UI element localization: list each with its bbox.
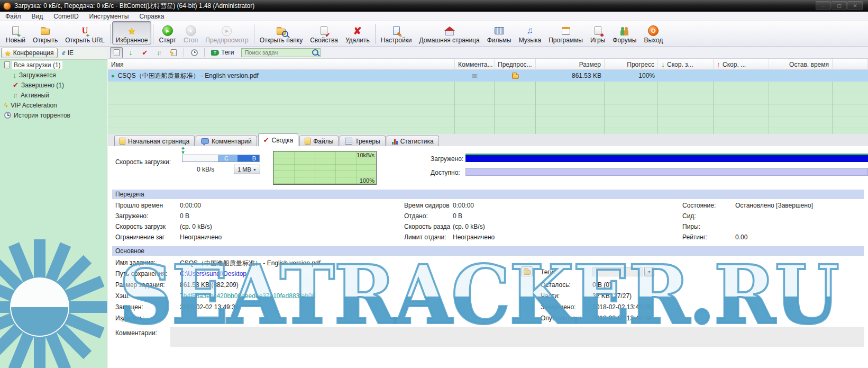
column-name[interactable]: Имя: [108, 59, 455, 70]
tracker-server-icon: [345, 138, 352, 145]
tab-start-page[interactable]: Начальная страница: [114, 136, 195, 146]
tags-dropdown-button[interactable]: ▼: [644, 267, 654, 276]
open-folder-button[interactable]: ↑: [521, 266, 533, 276]
field-value: 0 B: [180, 212, 189, 220]
settings-button[interactable]: Настройки: [377, 21, 416, 44]
tab-summary[interactable]: Сводка: [258, 133, 298, 146]
speed-limit-dropdown[interactable]: 1 MB▼: [234, 165, 260, 174]
check-icon: [263, 136, 269, 144]
forums-button[interactable]: Форумы: [609, 21, 640, 44]
exit-icon: O: [648, 25, 659, 36]
exit-button[interactable]: O Выход: [640, 21, 666, 44]
column-preview[interactable]: Предпрос...: [495, 59, 536, 70]
up-arrow-icon: [511, 72, 515, 79]
menu-cometid[interactable]: CometID: [53, 13, 78, 20]
speed-limit-slider[interactable]: C B: [182, 155, 260, 162]
close-button[interactable]: ✕: [847, 1, 863, 10]
sidebar-item-active[interactable]: ↓↑ Активный: [0, 90, 107, 100]
tab-files[interactable]: Файлы: [299, 136, 339, 146]
field-label: Завершено:: [541, 303, 592, 311]
task-row[interactable]: CSQS（中国造船质量标准） - English version.pdf 861…: [108, 70, 868, 82]
task-comment-cell: [455, 70, 495, 82]
sidebar-item-downloading[interactable]: Загружается: [0, 70, 107, 80]
clock-icon: [4, 112, 11, 119]
check-icon: [13, 81, 19, 89]
field-value: (ср. 0 kB/s): [180, 223, 212, 230]
menu-help[interactable]: Справка: [139, 13, 164, 20]
task-size-value: 861.53 KB (882,209): [180, 281, 239, 289]
music-button[interactable]: Музыка: [515, 21, 545, 44]
new-task-button[interactable]: ＋ Новый: [2, 21, 29, 44]
maximize-button[interactable]: ▢: [832, 1, 847, 10]
history-button[interactable]: [188, 47, 200, 58]
movies-button[interactable]: Фильмы: [483, 21, 515, 44]
task-search-input[interactable]: [243, 49, 312, 56]
envelope-icon[interactable]: [472, 72, 478, 80]
search-icon[interactable]: [312, 49, 318, 56]
games-button[interactable]: Игры: [587, 21, 609, 44]
filter-all-button[interactable]: [110, 47, 123, 58]
programs-button[interactable]: Программы: [545, 21, 587, 44]
start-button[interactable]: ▶ Старт: [155, 21, 180, 44]
column-speed-up[interactable]: Скор. ...: [714, 59, 769, 70]
field-label: Состояние:: [682, 202, 735, 209]
slider-marker[interactable]: ◆▼: [180, 146, 186, 155]
title-bar[interactable]: Загрузка: 0 кБ/с, Передача: 0 кБ/с - Bit…: [0, 0, 868, 12]
separator: [184, 48, 184, 57]
play-icon: ▶: [162, 25, 173, 36]
field-label: Осталось:: [541, 281, 592, 289]
field-label: Рейтинг:: [682, 234, 735, 241]
tab-comment[interactable]: Комментарий: [196, 136, 257, 146]
menu-tools[interactable]: Инструменты: [89, 13, 129, 20]
save-path-link[interactable]: C:\Users\sunqi\Desktop: [180, 270, 246, 277]
settings-icon: [393, 25, 400, 36]
sidebar-item-vip-acceleration[interactable]: VIP Acceleration: [0, 100, 107, 110]
film-icon: [495, 25, 504, 36]
field-label: Опубликован:: [541, 315, 592, 322]
sidebar-item-finished[interactable]: Завершено (1): [0, 80, 107, 90]
open-torrent-button[interactable]: Открыть: [29, 21, 61, 44]
properties-icon: ✔: [321, 25, 327, 36]
tab-statistics[interactable]: Статистика: [387, 136, 439, 146]
sidebar-tab-conference[interactable]: Конференция: [1, 48, 58, 58]
filter-active-button[interactable]: ↓↑: [153, 47, 166, 58]
filter-vip-button[interactable]: [167, 47, 180, 58]
column-remaining-time[interactable]: Остав. время: [769, 59, 833, 70]
field-value: Неограничено: [180, 234, 222, 241]
filter-finished-button[interactable]: [139, 47, 151, 58]
tag-icon: [211, 50, 219, 56]
delete-button[interactable]: Удалить: [342, 21, 373, 44]
published-value: 2018-02-02 13:49:39: [592, 315, 651, 322]
column-size[interactable]: Размер: [536, 59, 605, 70]
column-speed-down[interactable]: Скор. з...: [658, 59, 714, 70]
spade-icon: [595, 25, 601, 36]
menu-file[interactable]: Файл: [5, 13, 21, 20]
menu-view[interactable]: Вид: [32, 13, 43, 20]
toolbar-separator: [254, 24, 254, 44]
ie-icon: [62, 49, 66, 57]
down-arrow-icon: [661, 60, 665, 69]
homepage-button[interactable]: Домашняя страница: [416, 21, 483, 44]
column-progress[interactable]: Прогресс: [605, 59, 658, 70]
sidebar-item-torrent-history[interactable]: История торрентов: [0, 110, 107, 120]
open-download-folder-button[interactable]: Открыть папку: [256, 21, 307, 44]
comments-box[interactable]: [170, 327, 864, 347]
filter-downloading-button[interactable]: [124, 47, 137, 58]
field-label: Издатель:: [115, 315, 180, 322]
field-value: 0 B: [453, 212, 462, 220]
column-comment[interactable]: Коммента...: [455, 59, 495, 70]
field-label: Скорость загрузк: [115, 223, 180, 230]
transfer-section-header: Передача: [112, 190, 864, 199]
status-dot-icon: [111, 72, 115, 79]
properties-button[interactable]: ✔ Свойства: [306, 21, 342, 44]
favorites-button[interactable]: Избранное: [112, 21, 152, 44]
tab-trackers[interactable]: Трекеры: [340, 136, 385, 146]
open-url-button[interactable]: ＋ Открыть URL: [61, 21, 108, 44]
tags-button[interactable]: Теги: [208, 47, 236, 58]
tags-dropdown-field[interactable]: [592, 267, 643, 276]
current-speed-value: 0 kB/s: [197, 166, 214, 173]
sidebar-item-all-downloads[interactable]: Все загрузки (1): [0, 60, 107, 70]
task-speed-down-cell: [658, 70, 714, 82]
sidebar-tab-ie[interactable]: IE: [59, 48, 78, 58]
minimize-button[interactable]: –: [816, 1, 831, 10]
